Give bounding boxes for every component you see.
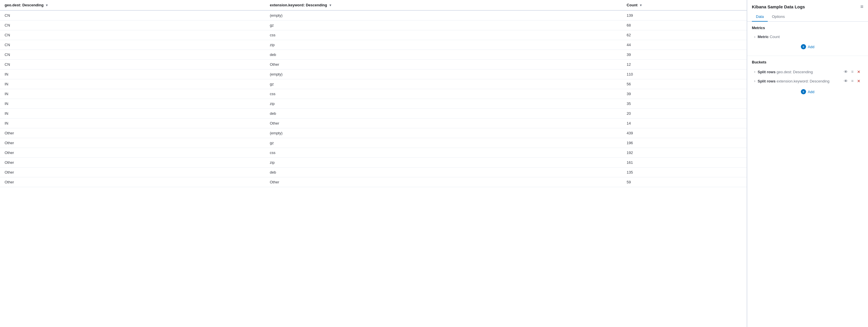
table-row: CNOther12 [0,60,747,69]
col-header-extension[interactable]: extension.keyword: Descending ▼ [265,0,622,10]
table-cell-2-0: CN [0,30,265,40]
table-row: INdeb20 [0,109,747,119]
table-cell-5-1: Other [265,60,622,69]
table-cell-16-2: 135 [622,168,747,177]
table-cell-15-0: Other [0,158,265,168]
table-cell-8-2: 39 [622,89,747,99]
table-cell-0-1: (empty) [265,10,622,21]
table-cell-1-2: 68 [622,21,747,30]
bucket-eye-geodest-icon[interactable]: 👁 [843,69,848,75]
table-row: INOther14 [0,119,747,128]
table-cell-2-1: css [265,30,622,40]
bucket-chevron-extension-icon: › [754,79,755,83]
table-row: CN(empty)139 [0,10,747,21]
table-container: geo.dest: Descending ▼ extension.keyword… [0,0,747,327]
data-table: geo.dest: Descending ▼ extension.keyword… [0,0,747,187]
table-cell-15-2: 161 [622,158,747,168]
table-cell-13-2: 196 [622,138,747,148]
table-cell-17-1: Other [265,177,622,187]
bucket-actions-extension: 👁 = ✕ [843,78,861,84]
table-cell-5-2: 12 [622,60,747,69]
bucket-label-extension: Split rows extension.keyword: Descending [757,79,841,83]
table-row: CNdeb39 [0,50,747,60]
table-cell-16-0: Other [0,168,265,177]
bucket-delete-geodest-icon[interactable]: ✕ [857,69,861,75]
table-cell-16-1: deb [265,168,622,177]
buckets-section: Buckets › Split rows geo.dest: Descendin… [747,56,868,101]
table-cell-9-1: zip [265,99,622,109]
buckets-add-button[interactable]: + Add [752,87,863,97]
bucket-item-extension[interactable]: › Split rows extension.keyword: Descendi… [752,77,863,86]
table-cell-6-2: 110 [622,69,747,79]
table-row: CNzip44 [0,40,747,50]
table-row: IN(empty)110 [0,69,747,79]
panel-tabs: Data Options [752,12,863,21]
panel-body: Metrics › Metric Count + Add Buckets › S… [747,22,868,327]
table-cell-8-1: css [265,89,622,99]
bucket-label-geodest: Split rows geo.dest: Descending [757,70,841,74]
bucket-delete-extension-icon[interactable]: ✕ [857,78,861,84]
table-row: INcss39 [0,89,747,99]
table-cell-13-0: Other [0,138,265,148]
table-cell-10-0: IN [0,109,265,119]
table-cell-3-0: CN [0,40,265,50]
table-cell-3-1: zip [265,40,622,50]
col-header-count[interactable]: Count ▼ [622,0,747,10]
table-row: Othercss192 [0,148,747,158]
bucket-eye-extension-icon[interactable]: 👁 [843,78,848,84]
table-cell-9-2: 35 [622,99,747,109]
buckets-add-circle-icon: + [801,89,806,94]
metrics-add-button[interactable]: + Add [752,42,863,52]
table-row: Other(empty)439 [0,128,747,138]
table-cell-3-2: 44 [622,40,747,50]
table-row: OtherOther59 [0,177,747,187]
table-row: INzip35 [0,99,747,109]
panel-header: Kibana Sample Data Logs ≡ Data Options [747,0,868,22]
bucket-equals-extension-icon[interactable]: = [851,78,854,84]
table-cell-11-2: 14 [622,119,747,128]
table-cell-14-0: Other [0,148,265,158]
table-row: Othergz196 [0,138,747,148]
sort-icon-extension: ▼ [329,3,332,7]
table-row: INgz56 [0,79,747,89]
table-cell-17-2: 59 [622,177,747,187]
col-header-geodest[interactable]: geo.dest: Descending ▼ [0,0,265,10]
bucket-equals-geodest-icon[interactable]: = [851,69,854,75]
table-cell-17-0: Other [0,177,265,187]
table-cell-0-0: CN [0,10,265,21]
metric-label: Metric Count [757,35,780,39]
bucket-chevron-geodest-icon: › [754,70,755,74]
metrics-section-title: Metrics [752,26,863,30]
metric-agg-text: Count [770,35,780,39]
metric-type-text: Metric [757,35,769,39]
table-cell-10-2: 20 [622,109,747,119]
metric-count-item[interactable]: › Metric Count [752,33,863,41]
table-row: CNcss62 [0,30,747,40]
table-cell-5-0: CN [0,60,265,69]
sort-icon-count: ▼ [639,3,642,7]
buckets-section-title: Buckets [752,60,863,64]
table-cell-1-1: gz [265,21,622,30]
bucket-actions-geodest: 👁 = ✕ [843,69,861,75]
table-cell-11-1: Other [265,119,622,128]
table-cell-7-2: 56 [622,79,747,89]
table-cell-7-1: gz [265,79,622,89]
tab-data[interactable]: Data [752,12,768,22]
table-cell-12-2: 439 [622,128,747,138]
table-cell-11-0: IN [0,119,265,128]
table-cell-1-0: CN [0,21,265,30]
table-cell-13-1: gz [265,138,622,148]
panel-title: Kibana Sample Data Logs [752,4,805,9]
table-row: CNgz68 [0,21,747,30]
table-cell-4-2: 39 [622,50,747,60]
tab-options[interactable]: Options [768,12,789,22]
bucket-item-geodest[interactable]: › Split rows geo.dest: Descending 👁 = ✕ [752,67,863,77]
table-cell-9-0: IN [0,99,265,109]
panel-menu-icon[interactable]: ≡ [860,4,863,9]
metric-chevron-icon: › [754,35,755,39]
sort-icon-geodest: ▼ [45,3,49,7]
table-cell-10-1: deb [265,109,622,119]
table-cell-14-1: css [265,148,622,158]
table-row: Otherdeb135 [0,168,747,177]
table-cell-12-1: (empty) [265,128,622,138]
